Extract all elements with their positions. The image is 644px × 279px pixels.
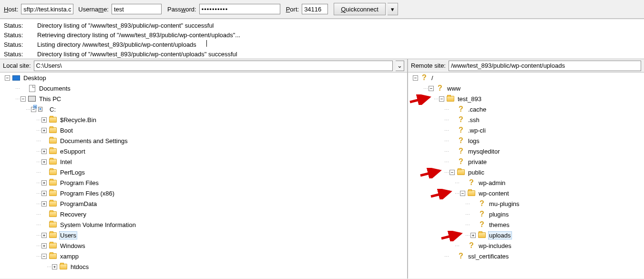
tree-node[interactable]: ⋯?logs <box>408 135 644 146</box>
log-label: Status: <box>4 31 28 40</box>
tree-node[interactable]: ⋯?wp-includes <box>408 240 644 251</box>
tree-node[interactable]: ⋯+Intel <box>0 156 407 167</box>
tree-connector-icon: ⋯ <box>36 170 41 175</box>
tree-expander[interactable]: − <box>41 254 47 259</box>
tree-expander[interactable]: + <box>41 128 47 133</box>
tree-node[interactable]: ⋯?ssl_certificates <box>408 251 644 261</box>
tree-node[interactable]: ⋯System Volume Information <box>0 219 407 230</box>
tree-node[interactable]: ⋯+$Recycle.Bin <box>0 114 407 125</box>
tree-node-label: .wp-cli <box>467 127 487 134</box>
desktop-icon <box>12 74 20 82</box>
tree-node[interactable]: ⋯−test_893 <box>408 93 644 104</box>
tree-connector-icon: ⋯ <box>36 201 41 207</box>
tree-node[interactable]: ⋯+ProgramData <box>0 198 407 209</box>
tree-expander[interactable]: + <box>41 201 47 207</box>
tree-expander[interactable]: − <box>450 170 455 175</box>
tree-connector-icon: ⋯ <box>15 96 20 102</box>
tree-node[interactable]: ⋯Recovery <box>0 209 407 219</box>
tree-expander[interactable]: + <box>41 191 47 196</box>
tree-node[interactable]: ⋯?mu-plugins <box>408 198 644 209</box>
question-icon: ? <box>457 126 465 134</box>
host-input[interactable] <box>21 4 73 14</box>
tree-expander[interactable]: − <box>429 86 434 91</box>
host-label: Host: <box>4 6 18 13</box>
tree-connector-icon: ⋯ <box>15 86 20 91</box>
tree-node[interactable]: ⋯+Boot <box>0 125 407 135</box>
quickconnect-button[interactable]: QQuickconnectuickconnect <box>334 3 386 15</box>
tree-node[interactable]: ⋯−wp-content <box>408 188 644 198</box>
tree-expander-empty <box>41 212 47 217</box>
tree-node-label: test_893 <box>457 95 482 103</box>
quickconnect-dropdown-button[interactable]: ▾ <box>388 3 398 15</box>
tree-node[interactable]: ⋯+Program Files (x86) <box>0 188 407 198</box>
tree-node[interactable]: −?/ <box>408 72 644 83</box>
tree-node[interactable]: ⋯?mysqleditor <box>408 146 644 156</box>
tree-expander[interactable]: − <box>5 75 10 81</box>
local-tree[interactable]: −Desktop⋯Documents⋯−This PC⋯−⊞C:⋯+$Recyc… <box>0 72 408 279</box>
tree-connector-icon: ⋯ <box>36 117 41 123</box>
folder-icon <box>49 200 57 207</box>
tree-node[interactable]: ⋯+Windows <box>0 240 407 251</box>
tree-node[interactable]: ⋯?.cache <box>408 104 644 114</box>
tree-expander[interactable]: − <box>460 191 465 196</box>
question-icon: ? <box>478 210 486 218</box>
log-row: Status: Retrieving directory listing of … <box>4 31 640 40</box>
tree-node[interactable]: −Desktop <box>0 72 407 83</box>
tree-expander[interactable]: + <box>41 243 47 248</box>
tree-node[interactable]: ⋯+htdocs <box>0 261 407 272</box>
tree-node[interactable]: ⋯+Program Files <box>0 177 407 188</box>
tree-expander[interactable]: − <box>413 75 418 81</box>
tree-node[interactable]: ⋯+uploads <box>408 230 644 240</box>
tree-connector-icon: ⋯ <box>444 107 449 112</box>
tree-node-label: Documents <box>38 85 72 92</box>
tree-node-label: .cache <box>467 106 487 113</box>
tree-node[interactable]: ⋯?plugins <box>408 209 644 219</box>
tree-expander[interactable]: + <box>41 233 47 238</box>
tree-node-label: System Volume Information <box>59 221 137 228</box>
remote-site-bar: Remote site: <box>408 59 644 72</box>
tree-connector-icon: ⋯ <box>36 138 41 144</box>
tree-node[interactable]: ⋯?.ssh <box>408 114 644 125</box>
tree-connector-icon: ⋯ <box>465 201 470 207</box>
tree-expander[interactable]: + <box>470 233 476 238</box>
tree-node[interactable]: ⋯+Users <box>0 230 407 240</box>
tree-expander[interactable]: + <box>41 180 47 186</box>
tree-expander[interactable]: + <box>41 159 47 165</box>
remote-site-input[interactable] <box>449 61 641 71</box>
tree-connector-icon: ⋯ <box>36 254 41 259</box>
tree-node[interactable]: ⋯Documents <box>0 83 407 93</box>
tree-expander[interactable]: − <box>439 96 444 102</box>
log-text: Listing directory /www/test_893/public/w… <box>37 40 196 50</box>
local-site-input[interactable] <box>34 61 393 71</box>
tree-node[interactable]: ⋯PerfLogs <box>0 167 407 177</box>
port-input[interactable] <box>302 4 328 14</box>
tree-node[interactable]: ⋯−This PC <box>0 93 407 104</box>
tree-node[interactable]: ⋯−?www <box>408 83 644 93</box>
tree-expander[interactable]: − <box>20 96 26 102</box>
tree-node[interactable]: ⋯Documents and Settings <box>0 135 407 146</box>
tree-node[interactable]: ⋯?.wp-cli <box>408 125 644 135</box>
password-input[interactable] <box>199 4 280 14</box>
tree-node[interactable]: ⋯−⊞C: <box>0 104 407 114</box>
folder-icon <box>49 137 57 145</box>
remote-tree[interactable]: −?/⋯−?www⋯−test_893⋯?.cache⋯?.ssh⋯?.wp-c… <box>408 72 644 279</box>
tree-node[interactable]: ⋯−public <box>408 167 644 177</box>
tree-node[interactable]: ⋯?wp-admin <box>408 177 644 188</box>
tree-expander[interactable]: + <box>41 149 47 154</box>
tree-node-label: C: <box>49 106 57 113</box>
tree-expander[interactable]: + <box>41 117 47 123</box>
tree-node-label: Program Files <box>59 179 100 186</box>
username-input[interactable] <box>112 4 162 14</box>
local-site-dropdown-button[interactable]: ⌄ <box>396 61 404 71</box>
tree-node[interactable]: ⋯+eSupport <box>0 146 407 156</box>
tree-node[interactable]: ⋯−xampp <box>0 251 407 261</box>
tree-node[interactable]: ⋯?private <box>408 156 644 167</box>
tree-expander[interactable]: + <box>52 264 57 269</box>
tree-node-label: mysqleditor <box>467 148 501 155</box>
tree-node[interactable]: ⋯?themes <box>408 219 644 230</box>
tree-expander-empty <box>450 159 455 165</box>
local-site-bar: Local site: ⌄ <box>0 59 408 72</box>
tree-connector-icon: ⋯ <box>36 243 41 248</box>
question-icon: ? <box>467 179 476 186</box>
folder-icon <box>49 221 57 228</box>
